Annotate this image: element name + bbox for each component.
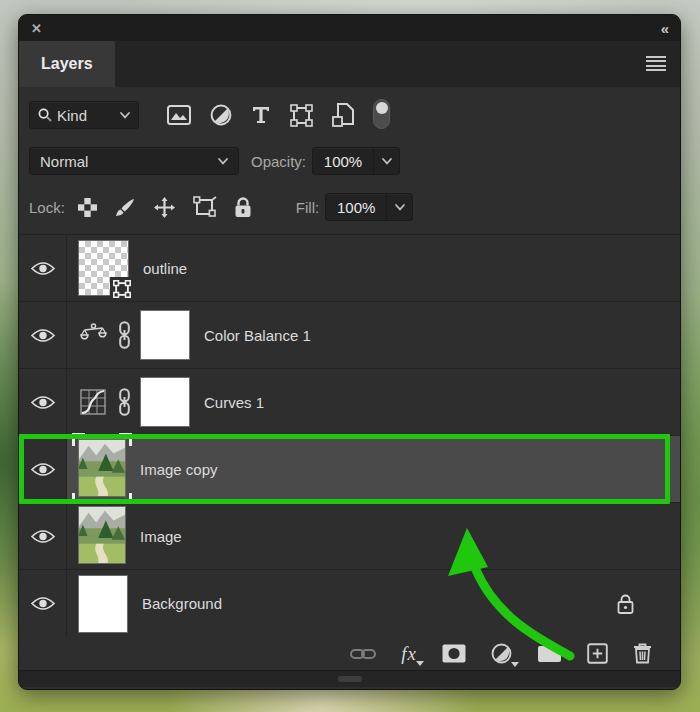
shape-layer-badge-icon bbox=[110, 277, 134, 301]
layer-row-background[interactable]: Background bbox=[19, 570, 680, 637]
chevron-down-icon bbox=[395, 204, 405, 211]
eye-icon bbox=[31, 529, 55, 544]
blend-row: Normal Opacity: 100% bbox=[29, 147, 670, 175]
layer-name: Background bbox=[142, 595, 222, 612]
chevron-down-icon bbox=[218, 158, 228, 165]
prevent-autonest-icon[interactable] bbox=[193, 196, 217, 218]
layers-toolbar: fx bbox=[19, 637, 680, 670]
fx-dropdown-arrow-icon bbox=[416, 661, 424, 666]
filter-row: Kind bbox=[29, 101, 670, 129]
shape-layer-filter-icon[interactable] bbox=[290, 104, 313, 127]
tab-layers-label: Layers bbox=[41, 55, 93, 73]
color-balance-icon[interactable] bbox=[78, 323, 108, 347]
add-layer-mask-button[interactable] bbox=[442, 644, 466, 663]
layer-name: Color Balance 1 bbox=[204, 327, 311, 344]
panel-titlebar: ✕ « bbox=[19, 15, 680, 41]
layer-thumbnail[interactable] bbox=[78, 240, 129, 296]
tab-layers[interactable]: Layers bbox=[19, 41, 115, 87]
chevron-down-icon bbox=[120, 112, 130, 119]
layers-list: outline Color Balance 1 bbox=[19, 234, 680, 637]
layer-mask-thumbnail[interactable] bbox=[140, 377, 190, 427]
lock-all-icon[interactable] bbox=[234, 197, 252, 218]
fill-field[interactable]: 100% bbox=[325, 193, 413, 221]
mask-link-icon[interactable] bbox=[118, 388, 131, 416]
layer-row-curves[interactable]: Curves 1 bbox=[19, 369, 680, 436]
layer-thumbnail[interactable] bbox=[78, 575, 128, 633]
filter-kind-dropdown[interactable]: Kind bbox=[29, 101, 139, 129]
close-icon[interactable]: ✕ bbox=[31, 22, 42, 35]
panel-footer bbox=[19, 670, 680, 687]
pixel-layer-filter-icon[interactable] bbox=[167, 105, 191, 125]
visibility-toggle[interactable] bbox=[19, 436, 67, 502]
new-group-button[interactable] bbox=[537, 644, 562, 663]
new-adjustment-layer-button[interactable] bbox=[491, 643, 512, 664]
eye-icon bbox=[31, 395, 55, 410]
layer-row-image[interactable]: Image bbox=[19, 503, 680, 570]
blend-mode-dropdown[interactable]: Normal bbox=[29, 147, 239, 175]
selection-bracket bbox=[72, 433, 85, 446]
background-lock-icon bbox=[617, 594, 634, 614]
layer-thumbnail[interactable] bbox=[78, 439, 126, 500]
opacity-dropdown-button[interactable] bbox=[373, 148, 399, 174]
eye-icon bbox=[31, 596, 55, 611]
lock-label: Lock: bbox=[29, 199, 65, 216]
adjustment-layer-filter-icon[interactable] bbox=[210, 104, 232, 126]
fill-dropdown-button[interactable] bbox=[386, 194, 412, 220]
eye-icon bbox=[31, 261, 55, 276]
opacity-value: 100% bbox=[313, 153, 373, 170]
layer-name: Curves 1 bbox=[204, 394, 264, 411]
search-icon bbox=[38, 108, 52, 122]
lock-icons bbox=[77, 196, 252, 219]
filter-kind-label: Kind bbox=[57, 107, 87, 124]
opacity-label: Opacity: bbox=[251, 153, 306, 170]
visibility-toggle[interactable] bbox=[19, 235, 67, 301]
chevron-down-icon bbox=[382, 158, 392, 165]
layer-name: Image bbox=[140, 528, 182, 545]
collapse-panel-icon[interactable]: « bbox=[661, 21, 668, 36]
layer-name: Image copy bbox=[140, 461, 218, 478]
lock-row: Lock: Fill: 100% bbox=[29, 193, 670, 221]
fx-label: fx bbox=[401, 644, 417, 663]
delete-layer-button[interactable] bbox=[633, 643, 652, 664]
layer-row-outline[interactable]: outline bbox=[19, 235, 680, 302]
visibility-toggle[interactable] bbox=[19, 503, 67, 569]
visibility-toggle[interactable] bbox=[19, 302, 67, 368]
eye-icon bbox=[31, 462, 55, 477]
fill-value: 100% bbox=[326, 199, 386, 216]
panel-menu-icon[interactable] bbox=[646, 56, 666, 71]
filter-type-icons bbox=[167, 101, 390, 129]
layer-mask-thumbnail[interactable] bbox=[140, 310, 190, 360]
type-layer-filter-icon[interactable] bbox=[251, 105, 271, 125]
visibility-toggle[interactable] bbox=[19, 570, 67, 637]
panel-tab-row: Layers bbox=[19, 41, 680, 87]
link-layers-button[interactable] bbox=[350, 647, 376, 661]
curves-icon[interactable] bbox=[78, 389, 108, 415]
lock-pixels-brush-icon[interactable] bbox=[115, 197, 136, 218]
layer-name: outline bbox=[143, 260, 187, 277]
layer-controls: Kind Normal Opacity: 100% bbox=[19, 87, 680, 221]
filter-toggle-switch[interactable] bbox=[373, 99, 390, 129]
layer-thumbnail[interactable] bbox=[78, 506, 126, 567]
layer-style-button[interactable]: fx bbox=[401, 644, 417, 663]
adjustment-dropdown-arrow-icon bbox=[511, 662, 519, 667]
layers-panel: ✕ « Layers Kind bbox=[18, 14, 681, 690]
new-layer-button[interactable] bbox=[587, 643, 608, 664]
smart-object-filter-icon[interactable] bbox=[332, 103, 354, 127]
selection-bracket bbox=[119, 433, 132, 446]
blend-mode-value: Normal bbox=[40, 153, 88, 170]
fill-label: Fill: bbox=[296, 199, 319, 216]
visibility-toggle[interactable] bbox=[19, 369, 67, 435]
lock-transparency-icon[interactable] bbox=[77, 197, 98, 218]
eye-icon bbox=[31, 328, 55, 343]
resize-gripper[interactable] bbox=[338, 676, 362, 682]
mask-link-icon[interactable] bbox=[118, 321, 131, 349]
layer-row-image-copy[interactable]: Image copy bbox=[19, 436, 680, 503]
opacity-field[interactable]: 100% bbox=[312, 147, 400, 175]
lock-position-icon[interactable] bbox=[153, 196, 176, 219]
layer-row-color-balance[interactable]: Color Balance 1 bbox=[19, 302, 680, 369]
